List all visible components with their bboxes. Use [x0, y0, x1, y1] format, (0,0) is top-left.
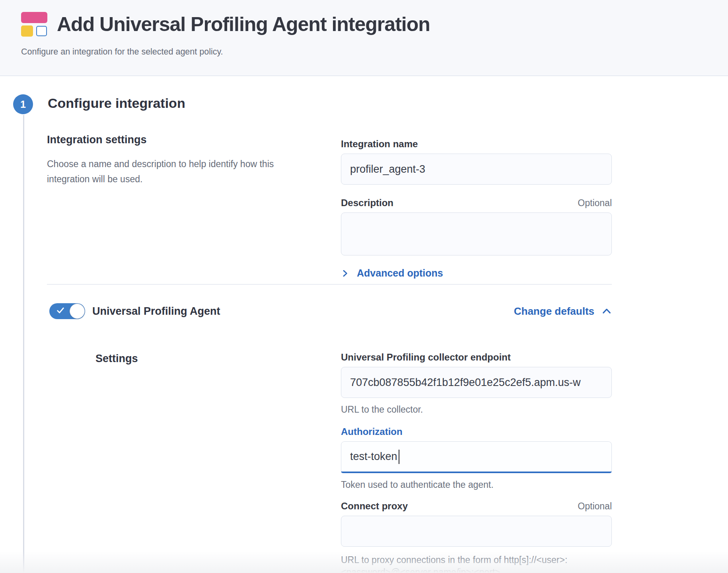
toggle-knob[interactable] — [70, 304, 85, 319]
settings-heading: Settings — [95, 353, 138, 365]
step-1-indicator: 1 — [13, 94, 33, 114]
connect-proxy-optional-badge: Optional — [578, 501, 612, 512]
integration-settings-intro: Integration settings Choose a name and d… — [47, 134, 278, 187]
step-connector-line — [23, 115, 24, 573]
connect-proxy-help-line1: URL to proxy connections in the form of … — [341, 554, 612, 566]
advanced-options-link[interactable]: Advanced options — [341, 267, 443, 279]
authorization-label: Authorization — [341, 426, 612, 437]
integration-name-label: Integration name — [341, 138, 612, 150]
chevron-right-icon[interactable] — [341, 269, 349, 277]
connect-proxy-textarea[interactable] — [341, 516, 612, 547]
step-number: 1 — [20, 99, 26, 110]
authorization-help: Token used to authenticate the agent. — [341, 479, 612, 491]
connect-proxy-label: Connect proxy — [341, 501, 408, 512]
page-subtitle: Configure an integration for the selecte… — [21, 47, 707, 57]
check-icon — [55, 305, 66, 316]
connect-proxy-help: URL to proxy connections in the form of … — [341, 554, 612, 573]
icon-block-pink — [21, 12, 47, 23]
icon-block-yellow — [21, 25, 33, 37]
change-defaults-link[interactable]: Change defaults — [514, 305, 612, 318]
universal-profiling-agent-label: Universal Profiling Agent — [92, 305, 220, 318]
advanced-options-label[interactable]: Advanced options — [357, 267, 443, 279]
description-textarea[interactable] — [341, 212, 612, 255]
chevron-up-icon[interactable] — [601, 306, 612, 316]
authorization-value: test-token — [350, 450, 397, 463]
page-title: Add Universal Profiling Agent integratio… — [57, 13, 430, 36]
step-title: Configure integration — [48, 96, 185, 111]
section-divider — [47, 284, 612, 285]
description-optional-badge: Optional — [578, 198, 612, 209]
collector-endpoint-input[interactable] — [341, 367, 612, 398]
profiling-agent-row: Universal Profiling Agent Change default… — [49, 303, 612, 319]
page-header: Add Universal Profiling Agent integratio… — [0, 0, 728, 76]
agent-settings-form: Universal Profiling collector endpoint U… — [341, 352, 612, 573]
icon-block-outline — [36, 26, 47, 36]
integration-settings-heading: Integration settings — [47, 134, 278, 146]
authorization-input[interactable]: test-token — [341, 441, 612, 473]
text-caret — [399, 450, 400, 464]
connect-proxy-help-line2: <password>@<server name/ip>:<port> — [341, 566, 612, 573]
integration-name-input[interactable] — [341, 154, 612, 185]
universal-profiling-agent-toggle[interactable] — [49, 303, 85, 319]
integration-settings-form: Integration name Description Optional Ad… — [341, 138, 612, 279]
description-label: Description — [341, 197, 393, 209]
integration-settings-description: Choose a name and description to help id… — [47, 156, 278, 187]
collector-endpoint-label: Universal Profiling collector endpoint — [341, 352, 612, 363]
change-defaults-label[interactable]: Change defaults — [514, 305, 594, 318]
universal-profiling-package-icon — [21, 12, 47, 37]
add-integration-page: Add Universal Profiling Agent integratio… — [0, 0, 728, 573]
collector-endpoint-help: URL to the collector. — [341, 403, 612, 416]
